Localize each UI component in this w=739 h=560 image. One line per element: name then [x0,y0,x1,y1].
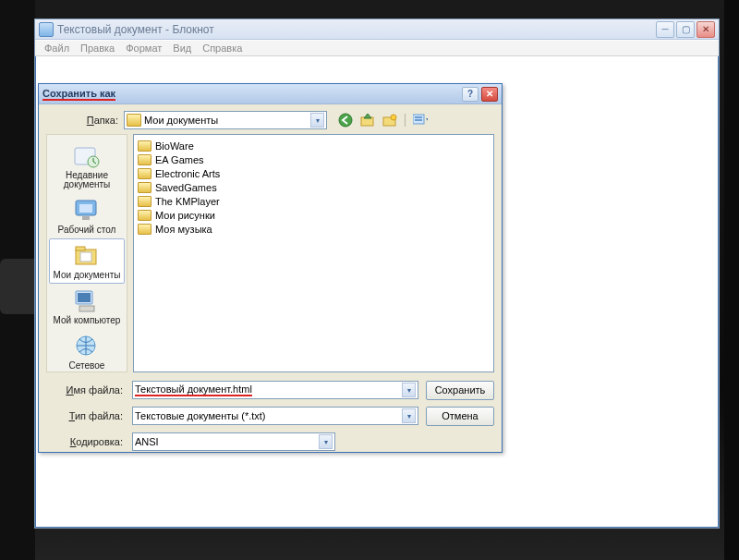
minimize-button[interactable]: ─ [656,21,674,38]
svg-point-3 [391,115,396,120]
svg-rect-14 [80,252,91,262]
place-label: Недавние документы [50,171,124,189]
maximize-button[interactable]: ▢ [676,21,695,38]
dialog-body: Папка: Мои документы ▾ [39,104,502,452]
file-name: SavedGames [155,182,217,193]
menu-edit[interactable]: Правка [77,43,118,54]
chevron-down-icon[interactable]: ▾ [402,408,416,423]
bg-right [724,0,739,560]
list-item[interactable]: The KMPlayer [138,194,490,208]
dialog-title: Сохранить как [42,88,115,101]
file-list[interactable]: BioWare EA Games Electronic Arts SavedGa… [133,134,494,372]
documents-icon [72,242,102,270]
menu-file[interactable]: Файл [41,43,73,54]
place-computer[interactable]: Мой компьютер [49,284,125,329]
place-label: Сетевое [69,361,105,371]
views-icon[interactable] [413,113,428,128]
cancel-label: Отмена [442,410,478,421]
encoding-combo[interactable]: ANSI ▾ [132,432,335,451]
folder-icon [138,168,151,179]
file-name: Моя музыка [155,224,212,235]
svg-rect-13 [76,247,85,250]
window-titlebar[interactable]: Текстовый документ - Блокнот ─ ▢ ✕ [35,19,719,40]
folder-icon [138,210,151,221]
file-name: Мои рисунки [155,210,215,221]
place-label: Мои документы [54,271,121,280]
encoding-value: ANSI [135,436,159,447]
folder-combo[interactable]: Мои документы ▾ [124,111,327,129]
file-name: BioWare [155,140,194,152]
list-item[interactable]: Мои рисунки [138,208,490,222]
folder-icon [138,224,151,235]
menu-view[interactable]: Вид [169,43,195,54]
chevron-down-icon[interactable]: ▾ [319,434,333,449]
place-label: Рабочий стол [58,225,116,235]
close-button[interactable]: ✕ [697,21,715,38]
computer-icon [72,287,102,315]
menubar[interactable]: Файл Правка Формат Вид Справка [35,40,719,56]
filetype-label: Тип файла: [46,410,125,421]
svg-rect-11 [82,216,90,220]
file-name: The KMPlayer [155,196,220,207]
svg-rect-5 [415,116,422,118]
folder-icon [138,140,151,152]
place-label: Мой компьютер [54,316,121,325]
list-item[interactable]: BioWare [138,139,490,152]
chevron-down-icon[interactable]: ▾ [310,113,324,128]
folder-icon [127,114,141,127]
folder-label: Папка: [46,115,118,126]
svg-rect-6 [415,119,422,121]
place-documents[interactable]: Мои документы [49,238,125,284]
window-title: Текстовый документ - Блокнот [57,23,214,36]
separator [405,114,406,127]
up-icon[interactable] [360,113,375,128]
save-label: Сохранить [435,384,486,396]
svg-rect-16 [78,293,91,302]
save-button[interactable]: Сохранить [426,381,494,400]
place-recent[interactable]: Недавние документы [49,139,125,193]
dialog-close-button[interactable]: ✕ [481,87,498,102]
list-item[interactable]: SavedGames [138,180,490,194]
filetype-combo[interactable]: Текстовые документы (*.txt) ▾ [132,407,418,425]
new-folder-icon[interactable] [382,113,397,128]
place-desktop[interactable]: Рабочий стол [49,193,125,238]
svg-point-0 [339,114,352,127]
filetype-value: Текстовые документы (*.txt) [135,410,266,421]
list-item[interactable]: Electronic Arts [138,166,490,180]
network-icon [72,333,102,360]
encoding-label: Кодировка: [46,436,125,447]
file-name: EA Games [155,154,204,165]
filename-value: Текстовый документ.html [135,383,252,396]
help-button[interactable]: ? [462,87,479,102]
place-network[interactable]: Сетевое [49,329,125,374]
cancel-button[interactable]: Отмена [426,407,494,426]
folder-value: Мои документы [144,115,218,126]
menu-format[interactable]: Формат [122,43,165,54]
list-item[interactable]: EA Games [138,152,490,166]
desktop-icon [72,197,102,225]
filename-label: Имя файла: [46,384,125,396]
filename-combo[interactable]: Текстовый документ.html ▾ [132,381,418,399]
list-item[interactable]: Моя музыка [138,222,490,236]
menu-help[interactable]: Справка [199,43,246,54]
folder-icon [138,154,151,165]
places-bar: Недавние документы Рабочий стол Мои доку… [46,134,127,372]
chevron-down-icon[interactable]: ▾ [402,383,416,397]
folder-icon [138,182,151,193]
svg-rect-17 [79,306,94,311]
back-icon[interactable] [338,113,353,128]
folder-icon [138,196,151,207]
svg-rect-10 [79,204,92,213]
notepad-icon [39,22,54,37]
save-as-dialog: Сохранить как ? ✕ Папка: Мои документы ▾ [38,83,503,453]
dialog-titlebar[interactable]: Сохранить как ? ✕ [39,84,502,104]
recent-icon [72,142,102,170]
file-name: Electronic Arts [155,168,220,179]
